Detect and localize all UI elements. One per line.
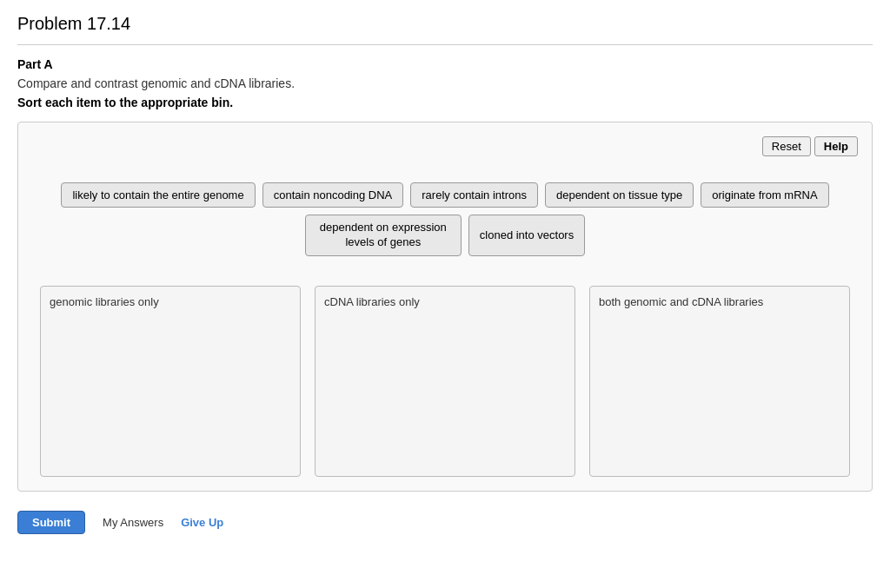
reset-button[interactable]: Reset — [762, 136, 811, 156]
divider — [17, 44, 873, 45]
bin-label-bin3: both genomic and cDNA libraries — [599, 295, 840, 308]
drag-item-item4[interactable]: dependent on tissue type — [545, 182, 694, 208]
bin-bin3[interactable]: both genomic and cDNA libraries — [589, 286, 850, 477]
instructions-text: Compare and contrast genomic and cDNA li… — [17, 76, 873, 90]
submit-button[interactable]: Submit — [17, 511, 85, 534]
problem-title: Problem 17.14 — [17, 14, 873, 34]
bin-label-bin2: cDNA libraries only — [324, 295, 566, 308]
bin-bin1[interactable]: genomic libraries only — [40, 286, 301, 477]
my-answers-link[interactable]: My Answers — [103, 516, 163, 529]
bins-area: genomic libraries onlycDNA libraries onl… — [32, 286, 858, 477]
drag-item-item7[interactable]: cloned into vectors — [468, 215, 585, 256]
drag-item-item3[interactable]: rarely contain introns — [410, 182, 538, 208]
bin-label-bin1: genomic libraries only — [50, 295, 291, 308]
drag-item-item6[interactable]: dependent on expression levels of genes — [305, 215, 462, 256]
bottom-bar: Submit My Answers Give Up — [17, 504, 873, 541]
drag-item-item5[interactable]: originate from mRNA — [701, 182, 828, 208]
sorting-area: Reset Help likely to contain the entire … — [17, 122, 873, 492]
sort-instruction: Sort each item to the appropriate bin. — [17, 96, 873, 109]
give-up-link[interactable]: Give Up — [181, 516, 223, 529]
drag-item-item1[interactable]: likely to contain the entire genome — [61, 182, 255, 208]
drag-item-item2[interactable]: contain noncoding DNA — [262, 182, 404, 208]
bin-bin2[interactable]: cDNA libraries only — [315, 286, 575, 477]
items-area: likely to contain the entire genomeconta… — [32, 174, 858, 265]
part-label: Part A — [17, 57, 873, 71]
top-buttons-bar: Reset Help — [32, 136, 858, 156]
help-button[interactable]: Help — [814, 136, 858, 156]
